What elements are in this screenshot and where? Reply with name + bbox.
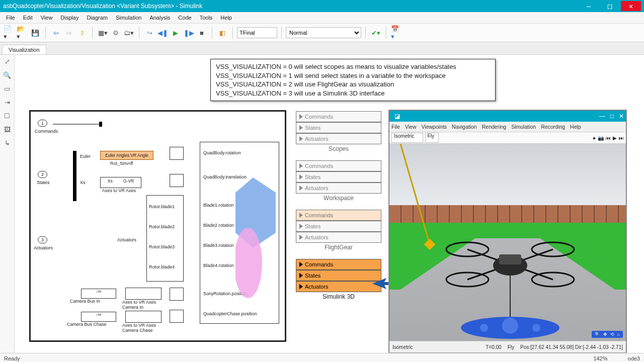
minimize-button[interactable]: — — [579, 1, 599, 11]
vr-tool-prev-icon[interactable]: ⏮ — [606, 135, 611, 141]
stop-button[interactable]: ■ — [196, 27, 208, 39]
vr-nav-home-icon[interactable]: ⌂ — [617, 332, 620, 337]
vr-menu-view[interactable]: View — [405, 124, 417, 130]
fit-button[interactable]: ▭ — [4, 85, 10, 93]
block-axes-cam-in[interactable] — [125, 288, 162, 300]
variant-s3d-act: Actuators — [305, 284, 328, 290]
inport-states[interactable]: 2 — [38, 171, 47, 178]
bus-sel-euler: Euler — [80, 154, 91, 159]
vr-tool-next-icon[interactable]: ⏭ — [619, 135, 624, 141]
back-button[interactable]: ⇦ — [50, 27, 62, 39]
step-forward-button[interactable]: ❚▶ — [183, 27, 195, 39]
zoom-button[interactable]: 🔍 — [3, 71, 11, 79]
menu-code[interactable]: Code — [174, 14, 195, 22]
variant-scopes-states: States — [305, 125, 320, 131]
vr-app-icon: ◪ — [394, 113, 400, 120]
image-button[interactable]: 🖼 — [4, 126, 11, 133]
forward-button[interactable]: ⇨ — [63, 27, 75, 39]
vr-nav-rotate-icon[interactable]: ⟲ — [610, 332, 614, 337]
up-button[interactable]: ⇧ — [76, 27, 88, 39]
status-solver[interactable]: ode3 — [628, 355, 640, 361]
fast-restart-button[interactable]: ↪ — [143, 27, 155, 39]
block-axes-to-vr[interactable]: Xs G-VR — [100, 177, 141, 188]
vr-viewer-window[interactable]: ◪ — □ ✕ File View Viewpoints Navigation … — [389, 110, 626, 352]
vr-menu-simulation[interactable]: Simulation — [511, 124, 536, 130]
inport-commands[interactable]: 1 — [38, 120, 47, 127]
open-button[interactable]: 📂▾ — [16, 27, 28, 39]
stop-time-input[interactable] — [237, 27, 277, 38]
model-explorer-button[interactable]: 🗂▾ — [123, 27, 135, 39]
vr-viewpoint-select[interactable]: Isometric — [391, 133, 423, 143]
vr-menu-navigation[interactable]: Navigation — [452, 124, 477, 130]
run-button[interactable]: ▶ — [170, 27, 182, 39]
variant-scopes[interactable]: Commands States Actuators Scopes — [296, 111, 381, 152]
bus-selector[interactable] — [73, 151, 76, 201]
vr-menu-help[interactable]: Help — [570, 124, 581, 130]
block-camera-chase[interactable]: ↓In — [81, 312, 116, 322]
annotation-box[interactable]: VSS_VISUALIZATION = 0 will select scopes… — [210, 59, 496, 101]
block-euler-to-vr[interactable]: Euler Angles VR Angle — [100, 151, 153, 160]
vr-nav-zoom-icon[interactable]: 🔍 — [595, 332, 600, 337]
menu-diagram[interactable]: Diagram — [83, 14, 112, 22]
vr-nav-buttons[interactable]: 🔍 ✥ ⟲ ⌂ — [592, 331, 623, 338]
vr-tool-play-icon[interactable]: ▶ — [613, 135, 617, 141]
step-back-button[interactable]: ◀❚ — [156, 27, 169, 39]
menu-simulation[interactable]: Simulation — [112, 14, 145, 22]
variant-ws-cmd: Commands — [305, 163, 333, 169]
build-button[interactable]: ✔▾ — [370, 27, 382, 39]
variant-workspace[interactable]: Commands States Actuators Workspace — [296, 160, 381, 202]
vr-menu-file[interactable]: File — [391, 124, 400, 130]
vr-3d-canvas[interactable]: 🔍 ✥ ⟲ ⌂ — [389, 144, 626, 341]
hide-browser-button[interactable]: ⤢ — [5, 58, 10, 65]
menu-display[interactable]: Display — [56, 14, 83, 22]
library-browser-button[interactable]: ▦▾ — [97, 27, 109, 39]
block-vr-sink[interactable]: QuadBody.rotation QuadBody.translation B… — [200, 142, 279, 324]
model-config-button[interactable]: ⚙ — [110, 27, 122, 39]
vr-menu-recording[interactable]: Recording — [541, 124, 565, 130]
schedule-button[interactable]: 📅▾ — [390, 27, 403, 39]
diagram-simulink3d[interactable]: 1 Commands 2 States 3 Actuators Euler Xs… — [29, 110, 286, 342]
menu-file[interactable]: File — [2, 14, 19, 22]
vr-menu-viewpoints[interactable]: Viewpoints — [422, 124, 447, 130]
zoom-in-button[interactable]: ⇥ — [5, 99, 10, 106]
maximize-button[interactable]: □ — [600, 1, 620, 11]
variant-column: Commands States Actuators Scopes Command… — [296, 111, 381, 308]
tab-visualization[interactable]: Visualization — [2, 45, 46, 54]
variant-simulink3d[interactable]: Commands States Actuators Simulink 3D — [296, 259, 381, 300]
rate-transition-3[interactable] — [170, 288, 184, 301]
vr-tool-rec-icon[interactable]: ● — [593, 135, 596, 141]
rate-transition-1[interactable] — [170, 147, 184, 160]
vr-menu-rendering[interactable]: Rendering — [482, 124, 506, 130]
record-button[interactable]: ◧ — [216, 27, 228, 39]
vr-nav-panel-icon[interactable] — [460, 314, 560, 339]
block-actuators-lbl: Actuators — [117, 237, 136, 242]
vr-nav-pan-icon[interactable]: ✥ — [603, 332, 607, 337]
close-button[interactable]: ✕ — [621, 1, 641, 11]
variant-scopes-act: Actuators — [305, 136, 328, 142]
block-axes-cam-chase[interactable] — [125, 311, 162, 323]
vr-tool-snapshot-icon[interactable]: 📷 — [598, 135, 604, 141]
menu-view[interactable]: View — [37, 14, 57, 22]
simulation-mode-select[interactable]: Normal — [286, 27, 361, 38]
annotate-button[interactable]: ☐ — [4, 112, 10, 120]
rate-transition-2[interactable] — [170, 174, 184, 187]
new-model-button[interactable]: 📄▾ — [3, 27, 15, 39]
block-camera-in[interactable]: ↓In — [81, 289, 116, 299]
vr-maximize-button[interactable]: □ — [610, 113, 614, 120]
variant-flightgear[interactable]: Commands States Actuators FlightGear — [296, 210, 381, 251]
rate-transition-4[interactable] — [170, 310, 184, 323]
line-button[interactable]: ↳ — [5, 139, 10, 147]
vr-close-button[interactable]: ✕ — [619, 113, 624, 120]
model-canvas[interactable]: VSS_VISUALIZATION = 0 will select scopes… — [14, 55, 644, 362]
menu-tools[interactable]: Tools — [196, 14, 217, 22]
menu-edit[interactable]: Edit — [19, 14, 37, 22]
menu-help[interactable]: Help — [216, 14, 236, 22]
vr-minimize-button[interactable]: — — [599, 113, 605, 120]
variant-s3d-cmd: Commands — [305, 261, 333, 267]
inport-states-label: States — [37, 180, 50, 185]
inport-actuators[interactable]: 3 — [38, 236, 47, 243]
menu-analysis[interactable]: Analysis — [145, 14, 174, 22]
save-button[interactable]: 💾 — [29, 27, 41, 39]
vr-navmode-select[interactable]: Fly — [425, 133, 439, 143]
status-zoom[interactable]: 142% — [593, 355, 607, 361]
